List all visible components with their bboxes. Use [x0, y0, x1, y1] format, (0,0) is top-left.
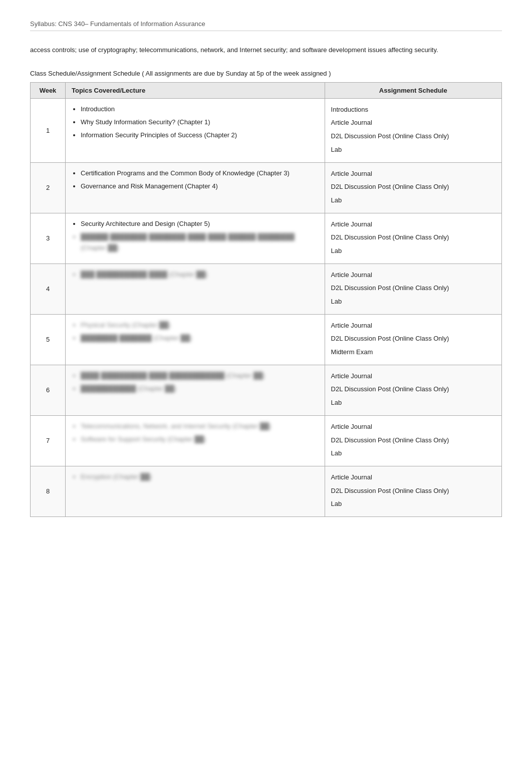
assignments-cell: Article JournalD2L Discussion Post (Onli… [325, 466, 501, 516]
header-title: Syllabus: CNS 340– Fundamentals of Infor… [30, 20, 205, 28]
week-cell: 8 [31, 466, 66, 516]
col-assignments: Assignment Schedule [325, 82, 501, 98]
topics-cell: ████ ██████████ ████ ████████████ (Chapt… [66, 365, 325, 415]
table-row: 3Security Architecture and Design (Chapt… [31, 213, 502, 264]
week-cell: 2 [31, 162, 66, 213]
topics-cell: Physical Security (Chapter ██)████████ █… [66, 314, 325, 365]
week-cell: 1 [31, 98, 66, 162]
week-cell: 6 [31, 365, 66, 415]
week-cell: 5 [31, 314, 66, 365]
week-cell: 4 [31, 264, 66, 314]
schedule-caption: Class Schedule/Assignment Schedule ( All… [30, 70, 502, 77]
assignments-cell: IntroductionsArticle JournalD2L Discussi… [325, 98, 501, 162]
topics-cell: Telecommunications, Network, and Interne… [66, 415, 325, 466]
intro-text: access controls; use of cryptography; te… [30, 45, 502, 56]
assignments-cell: Article JournalD2L Discussion Post (Onli… [325, 365, 501, 415]
topics-cell: IntroductionWhy Study Information Securi… [66, 98, 325, 162]
table-header-row: Week Topics Covered/Lecture Assignment S… [31, 82, 502, 98]
topics-cell: ███ ███████████ ████ (Chapter ██) [66, 264, 325, 314]
schedule-table: Week Topics Covered/Lecture Assignment S… [30, 82, 502, 517]
col-week: Week [31, 82, 66, 98]
page-header: Syllabus: CNS 340– Fundamentals of Infor… [30, 20, 502, 31]
col-topics: Topics Covered/Lecture [66, 82, 325, 98]
assignments-cell: Article JournalD2L Discussion Post (Onli… [325, 162, 501, 213]
table-row: 2Certification Programs and the Common B… [31, 162, 502, 213]
week-cell: 7 [31, 415, 66, 466]
topics-cell: Encryption (Chapter ██) [66, 466, 325, 516]
table-row: 1IntroductionWhy Study Information Secur… [31, 98, 502, 162]
assignments-cell: Article JournalD2L Discussion Post (Onli… [325, 314, 501, 365]
assignments-cell: Article JournalD2L Discussion Post (Onli… [325, 213, 501, 264]
table-row: 7Telecommunications, Network, and Intern… [31, 415, 502, 466]
topics-cell: Security Architecture and Design (Chapte… [66, 213, 325, 264]
table-row: 4███ ███████████ ████ (Chapter ██)Articl… [31, 264, 502, 314]
table-row: 8Encryption (Chapter ██)Article JournalD… [31, 466, 502, 516]
table-row: 6████ ██████████ ████ ████████████ (Chap… [31, 365, 502, 415]
assignments-cell: Article JournalD2L Discussion Post (Onli… [325, 264, 501, 314]
week-cell: 3 [31, 213, 66, 264]
table-row: 5Physical Security (Chapter ██)████████ … [31, 314, 502, 365]
assignments-cell: Article JournalD2L Discussion Post (Onli… [325, 415, 501, 466]
topics-cell: Certification Programs and the Common Bo… [66, 162, 325, 213]
